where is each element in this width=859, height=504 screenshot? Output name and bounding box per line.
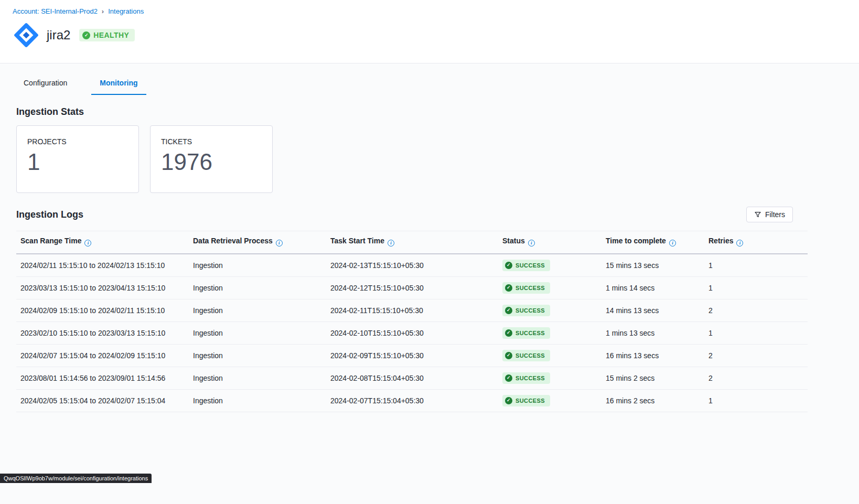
process-cell: Ingestion — [189, 299, 326, 321]
process-cell: Ingestion — [189, 276, 326, 299]
time-to-complete-cell: 1 mins 14 secs — [602, 276, 704, 299]
time-to-complete-cell: 16 mins 2 secs — [602, 389, 704, 412]
table-row: 2024/02/05 15:15:04 to 2024/02/07 15:15:… — [16, 389, 808, 412]
integration-title-row: jira2 ✓ HEALTHY — [13, 22, 846, 49]
success-badge: ✓ SUCCESS — [502, 372, 550, 384]
filters-button-label: Filters — [765, 210, 785, 219]
column-data-retrieval-process: Data Retrieval Processi — [189, 231, 326, 254]
info-icon[interactable]: i — [669, 240, 676, 246]
breadcrumb-integrations-link[interactable]: Integrations — [108, 7, 144, 15]
status-cell: ✓ SUCCESS — [498, 344, 602, 367]
check-circle-icon: ✓ — [82, 31, 90, 39]
scan-range-cell: 2024/02/07 15:15:04 to 2024/02/09 15:15:… — [16, 344, 189, 367]
breadcrumb: Account: SEI-Internal-Prod2 › Integratio… — [13, 7, 846, 15]
process-cell: Ingestion — [189, 367, 326, 389]
page-title: jira2 — [47, 28, 70, 42]
success-badge: ✓ SUCCESS — [502, 282, 550, 294]
table-row: 2024/02/09 15:15:10 to 2024/02/11 15:15:… — [16, 299, 808, 321]
column-task-start-time: Task Start Timei — [326, 231, 498, 254]
success-label: SUCCESS — [516, 285, 545, 291]
success-label: SUCCESS — [516, 352, 545, 359]
scan-range-cell: 2023/08/01 15:14:56 to 2023/09/01 15:14:… — [16, 367, 189, 389]
tickets-stat-card: TICKETS 1976 — [150, 125, 273, 193]
link-preview-tooltip: QwqOSlIWp9ob7w/module/sei/configuration/… — [0, 474, 152, 483]
info-icon[interactable]: i — [388, 240, 394, 246]
tickets-card-label: TICKETS — [161, 137, 262, 146]
success-label: SUCCESS — [516, 307, 545, 314]
healthy-label: HEALTHY — [93, 31, 129, 39]
success-badge: ✓ SUCCESS — [502, 260, 550, 271]
scan-range-cell: 2023/03/13 15:15:10 to 2023/04/13 15:15:… — [16, 276, 189, 299]
task-start-cell: 2024-02-11T15:15:10+05:30 — [326, 299, 498, 321]
retries-cell: 1 — [704, 276, 808, 299]
task-start-cell: 2024-02-09T15:15:10+05:30 — [326, 344, 498, 367]
column-retries: Retriesi — [704, 231, 808, 254]
tickets-card-value: 1976 — [161, 151, 262, 174]
tab-monitoring[interactable]: Monitoring — [91, 73, 146, 95]
retries-cell: 1 — [704, 321, 808, 344]
healthy-status-badge: ✓ HEALTHY — [79, 29, 135, 41]
process-cell: Ingestion — [189, 389, 326, 412]
projects-stat-card: PROJECTS 1 — [16, 125, 139, 193]
success-badge: ✓ SUCCESS — [502, 327, 550, 339]
info-icon[interactable]: i — [528, 240, 535, 246]
scan-range-cell: 2024/02/09 15:15:10 to 2024/02/11 15:15:… — [16, 299, 189, 321]
retries-cell: 1 — [704, 389, 808, 412]
scan-range-cell: 2024/02/11 15:15:10 to 2024/02/13 15:15:… — [16, 254, 189, 277]
retries-cell: 2 — [704, 299, 808, 321]
success-label: SUCCESS — [516, 262, 545, 269]
scan-range-cell: 2024/02/05 15:15:04 to 2024/02/07 15:15:… — [16, 389, 189, 412]
check-circle-icon: ✓ — [505, 262, 512, 269]
scan-range-cell: 2023/02/10 15:15:10 to 2023/03/13 15:15:… — [16, 321, 189, 344]
table-row: 2023/02/10 15:15:10 to 2023/03/13 15:15:… — [16, 321, 808, 344]
info-icon[interactable]: i — [736, 240, 743, 246]
filters-button[interactable]: Filters — [746, 207, 793, 222]
process-cell: Ingestion — [189, 254, 326, 277]
status-cell: ✓ SUCCESS — [498, 367, 602, 389]
task-start-cell: 2024-02-10T15:15:10+05:30 — [326, 321, 498, 344]
stat-cards: PROJECTS 1 TICKETS 1976 — [16, 125, 808, 193]
column-status: Statusi — [498, 231, 602, 254]
info-icon[interactable]: i — [84, 240, 91, 246]
status-cell: ✓ SUCCESS — [498, 321, 602, 344]
jira-logo-icon — [13, 22, 40, 49]
info-icon[interactable]: i — [276, 240, 283, 246]
task-start-cell: 2024-02-13T15:15:10+05:30 — [326, 254, 498, 277]
status-cell: ✓ SUCCESS — [498, 276, 602, 299]
time-to-complete-cell: 1 mins 13 secs — [602, 321, 704, 344]
check-circle-icon: ✓ — [505, 352, 512, 359]
time-to-complete-cell: 14 mins 13 secs — [602, 299, 704, 321]
status-cell: ✓ SUCCESS — [498, 299, 602, 321]
monitoring-content: Ingestion Stats PROJECTS 1 TICKETS 1976 … — [0, 106, 859, 412]
retries-cell: 1 — [704, 254, 808, 277]
success-label: SUCCESS — [516, 375, 545, 381]
retries-cell: 2 — [704, 344, 808, 367]
time-to-complete-cell: 15 mins 13 secs — [602, 254, 704, 277]
retries-cell: 2 — [704, 367, 808, 389]
check-circle-icon: ✓ — [505, 329, 512, 337]
ingestion-stats-heading: Ingestion Stats — [16, 106, 808, 117]
table-row: 2023/08/01 15:14:56 to 2023/09/01 15:14:… — [16, 367, 808, 389]
projects-card-label: PROJECTS — [27, 137, 128, 146]
task-start-cell: 2024-02-08T15:15:04+05:30 — [326, 367, 498, 389]
filter-funnel-icon — [754, 211, 761, 218]
tab-configuration[interactable]: Configuration — [15, 73, 76, 95]
tab-bar: Configuration Monitoring — [0, 73, 859, 95]
ingestion-logs-header: Ingestion Logs Filters — [16, 207, 808, 222]
success-label: SUCCESS — [516, 398, 545, 404]
success-badge: ✓ SUCCESS — [502, 305, 550, 316]
check-circle-icon: ✓ — [505, 374, 512, 382]
breadcrumb-account-link[interactable]: Account: SEI-Internal-Prod2 — [13, 7, 98, 15]
time-to-complete-cell: 15 mins 2 secs — [602, 367, 704, 389]
success-badge: ✓ SUCCESS — [502, 395, 550, 406]
status-cell: ✓ SUCCESS — [498, 389, 602, 412]
table-row: 2024/02/11 15:15:10 to 2024/02/13 15:15:… — [16, 254, 808, 277]
check-circle-icon: ✓ — [505, 307, 512, 314]
status-cell: ✓ SUCCESS — [498, 254, 602, 277]
table-row: 2023/03/13 15:15:10 to 2023/04/13 15:15:… — [16, 276, 808, 299]
task-start-cell: 2024-02-07T15:15:04+05:30 — [326, 389, 498, 412]
table-header-row: Scan Range Timei Data Retrieval Processi… — [16, 231, 808, 254]
column-time-to-complete: Time to completei — [602, 231, 704, 254]
chevron-right-icon: › — [102, 7, 104, 15]
ingestion-logs-table: Scan Range Timei Data Retrieval Processi… — [16, 231, 808, 412]
